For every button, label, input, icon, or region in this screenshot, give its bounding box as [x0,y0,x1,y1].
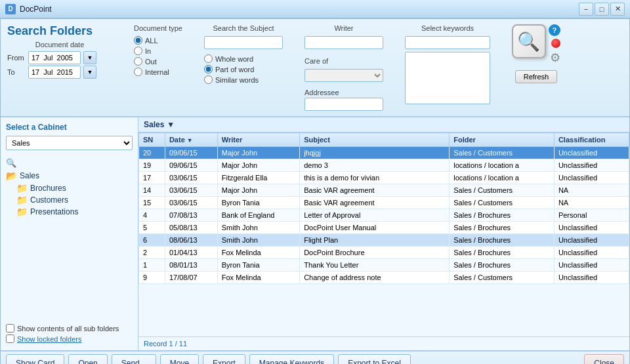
cabinet-dropdown[interactable]: Sales [6,136,133,150]
doc-type-radio-group: ALL In Out Internal [134,36,182,76]
cell-sn: 20 [139,147,165,159]
from-date-picker-button[interactable]: ▼ [83,51,96,64]
cell-writer: Fox Melinda [217,272,299,284]
writer-input[interactable] [304,36,383,49]
cell-folder: locations / location a [450,159,555,172]
tree-folder-customers[interactable]: 📁 Customers [6,194,133,206]
keywords-dropdown[interactable] [405,36,490,49]
table-row[interactable]: 608/06/13Smith JohnFlight PlanSales / Br… [139,234,629,247]
maximize-button[interactable]: □ [595,3,609,16]
col-header-sn[interactable]: SN [139,133,165,147]
cell-date: 09/06/15 [165,147,217,159]
table-row[interactable]: 1503/06/15Byron TaniaBasic VAR agreement… [139,197,629,209]
cell-sn: 15 [139,197,165,209]
doc-type-in[interactable]: In [134,47,182,55]
manage-keywords-button[interactable]: Manage Keywords [249,354,334,364]
table-row[interactable]: 407/08/13Bank of EnglandLetter of Approv… [139,209,629,222]
cell-classification: Unclassified [554,172,629,184]
col-header-date[interactable]: Date ▼ [165,133,217,147]
search-button[interactable]: 🔍 [512,24,546,58]
col-header-folder[interactable]: Folder [450,133,555,147]
export-excel-button[interactable]: Export to Excel [338,354,411,364]
doc-type-out[interactable]: Out [134,57,182,66]
to-date-picker-button[interactable]: ▼ [83,66,96,79]
move-button[interactable]: Move [160,354,199,364]
show-subfolders-checkbox[interactable]: Show contents of all sub folders [6,324,133,333]
help-icon[interactable]: ? [549,24,560,36]
show-locked-input[interactable] [6,334,14,343]
window-controls: − □ ✕ [579,3,625,16]
table-row[interactable]: 108/01/13Byron TaniaThank You LetterSale… [139,259,629,272]
subject-section: Search the Subject Whole word Part of wo… [204,24,283,84]
table-row[interactable]: 201/04/13Fox MelindaDocPoint BrochureSal… [139,247,629,259]
cell-subject: DocPoint Brochure [300,247,450,259]
from-date-input[interactable] [28,51,81,64]
whole-word-radio[interactable] [204,54,213,63]
col-header-writer[interactable]: Writer [217,133,299,147]
show-locked-label: Show locked folders [17,335,81,343]
keywords-label: Select keywords [405,24,490,32]
show-subfolders-input[interactable] [6,324,14,333]
subject-input[interactable] [204,36,283,49]
doc-type-all-radio[interactable] [134,36,142,45]
table-row[interactable]: 1909/06/15Major Johndemo 3locations / lo… [139,159,629,172]
similar-words-option[interactable]: Similar words [204,75,283,84]
doc-type-internal-radio[interactable] [134,68,142,76]
tree-folder-presentations[interactable]: 📁 Presentations [6,206,133,218]
window-title: DocPoint [20,5,579,14]
part-of-word-radio[interactable] [204,65,213,73]
to-date-input[interactable] [28,66,81,79]
doc-type-in-radio[interactable] [134,47,142,55]
addressee-input[interactable] [304,98,383,111]
cell-subject: Change of address note [300,272,450,284]
show-card-button[interactable]: Show Card [6,354,64,364]
col-header-classification[interactable]: Classification [554,133,629,147]
similar-words-radio[interactable] [204,75,213,84]
open-button[interactable]: Open [68,354,107,364]
cell-folder: locations / location a [450,172,555,184]
cancel-search-icon[interactable] [551,39,560,48]
window-close-button[interactable]: ✕ [610,3,625,16]
cell-date: 03/06/15 [165,184,217,197]
search-magnifier-icon: 🔍 [517,31,540,52]
export-button[interactable]: Export [203,354,245,364]
cell-subject: demo 3 [300,159,450,172]
settings-icon[interactable]: ⚙ [550,51,560,65]
tree-root-sales[interactable]: 📂 Sales [6,169,133,182]
doc-type-internal[interactable]: Internal [134,68,182,76]
table-row[interactable]: 2009/06/15Major JohnjhqjgjSales / Custom… [139,147,629,159]
table-body: 2009/06/15Major JohnjhqjgjSales / Custom… [139,147,629,284]
table-dropdown-arrow[interactable]: ▼ [167,120,175,129]
cell-date: 09/06/15 [165,159,217,172]
left-panel: Select a Cabinet Sales 🔍 📂 Sales 📁 Broch… [1,117,138,350]
cell-classification: Personal [554,209,629,222]
cell-sn: 4 [139,209,165,222]
tree-folder-brochures[interactable]: 📁 Brochures [6,182,133,194]
folder-brochures-icon: 📁 [16,183,28,193]
col-header-subject[interactable]: Subject [300,133,450,147]
table-row[interactable]: 917/08/07Fox MelindaChange of address no… [139,272,629,284]
person-section: Writer Care of Addressee [304,24,383,111]
cell-sn: 19 [139,159,165,172]
folder-presentations-icon: 📁 [16,207,28,217]
cell-subject: this is a demo for vivian [300,172,450,184]
show-locked-checkbox[interactable]: Show locked folders [6,334,133,343]
send-button[interactable]: Send... [112,354,156,364]
table-row[interactable]: 1403/06/15Major JohnBasic VAR agreementS… [139,184,629,197]
minimize-button[interactable]: − [579,3,593,16]
part-of-word-option[interactable]: Part of word [204,65,283,73]
table-row[interactable]: 505/08/13Smith JohnDocPoint User ManualS… [139,222,629,234]
table-scroll[interactable]: SN Date ▼ Writer Subject Folder Classifi… [138,132,629,336]
close-button[interactable]: Close [584,354,624,364]
doc-type-out-radio[interactable] [134,57,142,66]
date-section: Document date From ▼ To ▼ [7,41,112,80]
care-of-dropdown[interactable] [304,69,383,82]
whole-word-option[interactable]: Whole word [204,54,283,63]
doc-type-all[interactable]: ALL [134,36,182,45]
cell-classification: NA [554,197,629,209]
cabinet-title: Select a Cabinet [6,123,133,132]
refresh-button[interactable]: Refresh [515,70,558,83]
table-row[interactable]: 1703/06/15Fitzgerald Ellathis is a demo … [139,172,629,184]
cell-sn: 9 [139,272,165,284]
subject-label: Search the Subject [204,24,283,32]
